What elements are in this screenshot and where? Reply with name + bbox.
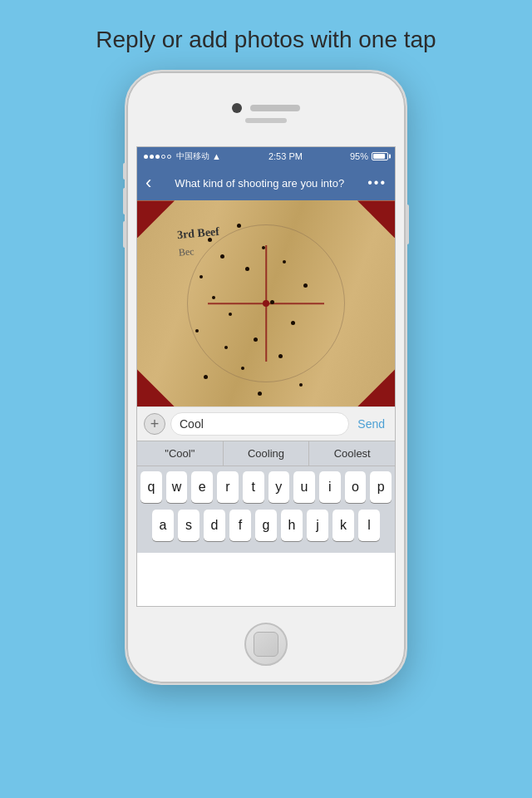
volume-down-button[interactable] [123, 221, 126, 248]
photo-area: 3rd Beef Bec [137, 200, 395, 406]
status-right: 95% [350, 151, 388, 161]
back-button[interactable]: ‹ [145, 172, 151, 194]
key-g[interactable]: g [255, 510, 277, 541]
home-button[interactable] [244, 623, 288, 666]
message-input[interactable] [170, 412, 349, 436]
battery-percent: 95% [350, 151, 368, 161]
key-e[interactable]: e [191, 471, 213, 503]
autocomplete-bar: "Cool" Cooling Coolest [137, 441, 395, 466]
phone-screen: 中国移动 ▲ 2:53 PM 95% ‹ What kind of shooti… [136, 146, 396, 607]
nav-title: What kind of shooting are you into? [151, 177, 367, 190]
key-j[interactable]: j [307, 510, 328, 541]
keyboard-row-2: a s d f g h j k l [140, 510, 392, 541]
signal-dot-3 [155, 155, 160, 159]
home-button-inner [254, 632, 278, 657]
key-r[interactable]: r [217, 471, 239, 503]
key-l[interactable]: l [358, 510, 380, 541]
nav-bar: ‹ What kind of shooting are you into? ••… [137, 165, 395, 200]
key-w[interactable]: w [166, 471, 188, 503]
status-left: 中国移动 ▲ [144, 150, 221, 162]
status-time: 2:53 PM [268, 151, 303, 161]
power-button[interactable] [406, 204, 409, 244]
signal-dot-1 [144, 155, 148, 159]
more-button[interactable]: ••• [367, 175, 387, 190]
key-y[interactable]: y [268, 471, 290, 503]
keyboard: q w e r t y u i o p a s d f g h j k [137, 466, 395, 553]
bottom-bezel [126, 607, 406, 682]
send-button[interactable]: Send [354, 417, 388, 431]
key-s[interactable]: s [178, 510, 200, 541]
key-a[interactable]: a [152, 510, 174, 541]
center-dot [263, 300, 269, 307]
battery-fill [373, 154, 385, 159]
autocomplete-item-1[interactable]: "Cool" [137, 441, 224, 466]
carrier-name: 中国移动 [176, 150, 209, 162]
camera [232, 103, 242, 113]
key-f[interactable]: f [229, 510, 251, 541]
signal-dot-5 [167, 155, 171, 159]
autocomplete-item-2[interactable]: Cooling [224, 441, 310, 466]
key-u[interactable]: u [293, 471, 315, 503]
top-bezel [126, 71, 406, 146]
add-button[interactable]: + [144, 413, 165, 435]
key-q[interactable]: q [140, 471, 162, 503]
key-d[interactable]: d [204, 510, 225, 541]
speaker [245, 118, 287, 123]
message-input-area: + Send [137, 406, 395, 441]
battery-icon [372, 152, 388, 160]
autocomplete-item-3[interactable]: Coolest [309, 441, 395, 466]
key-p[interactable]: p [370, 471, 392, 503]
status-bar: 中国移动 ▲ 2:53 PM 95% [137, 147, 395, 165]
mute-button[interactable] [123, 163, 126, 180]
wifi-icon: ▲ [212, 151, 221, 161]
key-i[interactable]: i [319, 471, 341, 503]
add-icon: + [150, 416, 160, 433]
signal-dots [144, 155, 171, 159]
volume-up-button[interactable] [123, 188, 126, 214]
key-t[interactable]: t [243, 471, 264, 503]
key-h[interactable]: h [281, 510, 303, 541]
signal-dot-4 [161, 155, 165, 159]
phone-shell: 中国移动 ▲ 2:53 PM 95% ‹ What kind of shooti… [125, 70, 407, 685]
keyboard-row-1: q w e r t y u i o p [140, 471, 392, 503]
board-text-2: Bec [178, 246, 195, 260]
signal-dot-2 [150, 155, 154, 159]
page-headline: Reply or add photos with one tap [79, 25, 452, 55]
key-o[interactable]: o [345, 471, 367, 503]
key-k[interactable]: k [332, 510, 354, 541]
earpiece [250, 105, 300, 111]
